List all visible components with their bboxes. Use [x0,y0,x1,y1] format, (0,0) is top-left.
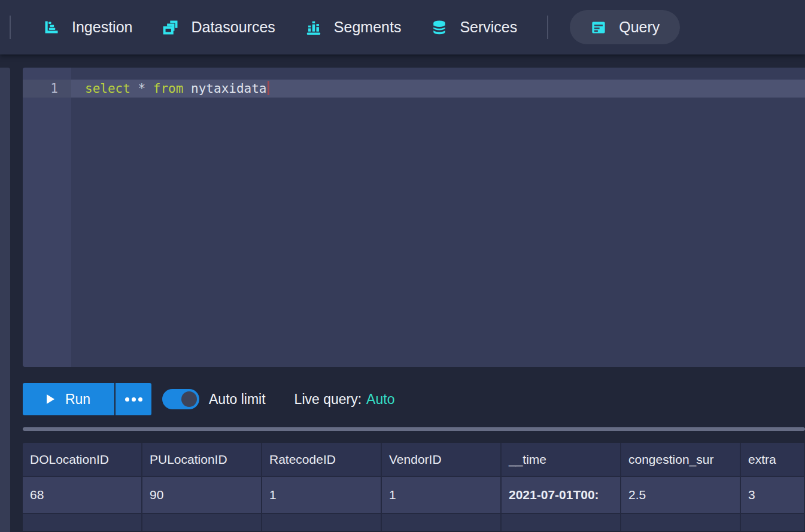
table-cell-empty [142,514,262,531]
nav-divider [547,16,548,39]
tab-query[interactable]: Query [570,10,680,44]
collapsed-panel-strip [0,68,10,532]
database-icon [431,19,448,36]
tab-label: Services [460,19,517,36]
nav-left-divider [10,16,11,39]
column-header-PULocationID[interactable]: PULocationID [142,443,262,476]
table-cell[interactable]: 2.5 [621,477,741,513]
run-bar: Run Auto limit Live query:Auto [23,383,394,415]
panel-splitter[interactable] [23,427,805,431]
table-row: 6890112021-07-01T00:2.53 [23,477,805,514]
column-header-VendorID[interactable]: VendorID [382,443,502,476]
tab-ingestion[interactable]: Ingestion [43,19,132,36]
live-query-value[interactable]: Auto [366,391,394,407]
table-cell-empty [382,514,502,531]
line-number: 1 [23,80,58,98]
table-cell-empty [741,514,805,531]
tab-services[interactable]: Services [431,19,517,36]
table-cell[interactable]: 90 [142,477,262,513]
column-header-congestion_sur[interactable]: congestion_sur [621,443,741,476]
column-header-__time[interactable]: __time [502,443,621,476]
play-icon [47,394,54,404]
results-table: DOLocationIDPULocationIDRatecodeIDVendor… [23,443,805,532]
column-header-RatecodeID[interactable]: RatecodeID [262,443,382,476]
column-header-DOLocationID[interactable]: DOLocationID [23,443,142,476]
table-row-partial [23,514,805,531]
table-cell[interactable]: 3 [741,477,805,513]
column-header-extra[interactable]: extra [741,443,805,476]
live-query-label: Live query: [294,391,362,407]
run-more-button[interactable] [116,383,151,415]
tab-label: Ingestion [72,19,132,36]
tab-datasources[interactable]: Datasources [162,19,275,36]
sql-token: nytaxidata [191,81,266,96]
text-cursor [268,81,269,95]
table-cell-empty [502,514,621,531]
table-cell[interactable]: 1 [262,477,382,513]
tab-label: Datasources [191,19,275,36]
code-line[interactable]: select * from nytaxidata [85,80,269,98]
auto-limit-toggle[interactable] [162,389,199,409]
stacked-chart-icon [305,19,322,36]
sql-token: from [153,81,184,96]
table-body: 6890112021-07-01T00:2.53 [23,477,805,514]
table-cell-empty [262,514,382,531]
run-label: Run [65,391,90,408]
editor-gutter [23,68,71,367]
more-icon [125,397,142,402]
table-cell[interactable]: 1 [382,477,502,513]
tab-label: Segments [334,19,402,36]
sql-token: select [85,81,130,96]
run-button[interactable]: Run [23,383,114,415]
live-query: Live query:Auto [294,391,395,408]
table-cell[interactable]: 2021-07-01T00: [502,477,621,513]
gantt-chart-icon [43,19,60,36]
tab-segments[interactable]: Segments [305,19,402,36]
toggle-knob [181,391,197,407]
tab-label: Query [619,19,660,36]
table-cell-empty [23,514,142,531]
table-header-row: DOLocationIDPULocationIDRatecodeIDVendor… [23,443,805,477]
sql-editor[interactable]: 1 select * from nytaxidata [23,68,805,367]
stacked-rects-icon [162,19,179,36]
auto-limit-label: Auto limit [209,391,266,408]
table-cell-empty [621,514,741,531]
table-cell[interactable]: 68 [23,477,142,513]
top-nav: Ingestion Datasources [0,0,805,54]
application-icon [590,19,607,36]
sql-token: * [138,81,146,96]
druid-console: Ingestion Datasources [0,0,805,532]
